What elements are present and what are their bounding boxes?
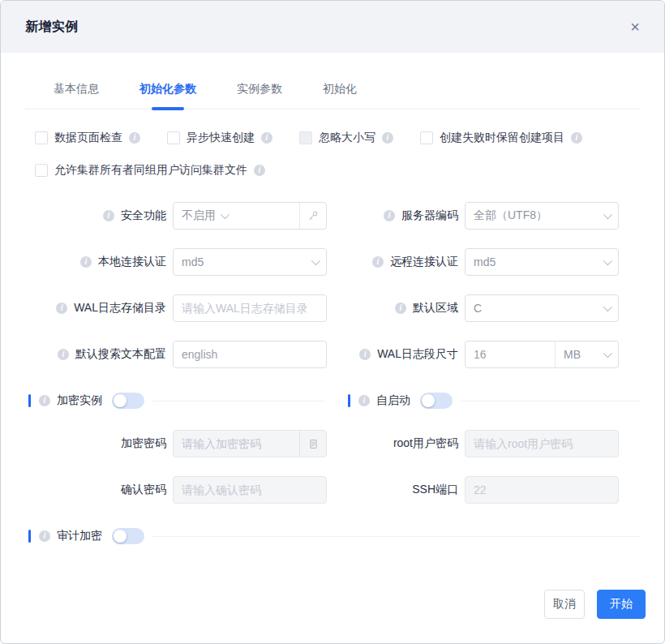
local-auth-control: md5: [173, 248, 327, 276]
default-locale-control: C: [465, 294, 619, 322]
chevron-down-icon: [603, 349, 612, 358]
tab-basic-info[interactable]: 基本信息: [54, 82, 99, 109]
server-encoding-control: 全部（UTF8）: [465, 202, 619, 230]
security-select[interactable]: 不启用: [174, 203, 299, 229]
section-accent-bar: [28, 530, 31, 543]
info-icon[interactable]: i: [103, 210, 114, 221]
info-icon[interactable]: i: [382, 132, 393, 144]
info-icon[interactable]: i: [254, 165, 265, 176]
checkbox-box[interactable]: [167, 131, 180, 144]
text-search-control: [173, 341, 327, 368]
start-button[interactable]: 开始: [597, 590, 646, 619]
info-icon[interactable]: i: [58, 349, 69, 360]
form-area: i 安全功能 不启用: [25, 202, 640, 544]
checkbox-box[interactable]: [35, 164, 48, 177]
server-encoding-select[interactable]: 全部（UTF8）: [465, 202, 619, 230]
section-audit-encrypt: i 审计加密: [28, 528, 640, 544]
form-row-1: i 安全功能 不启用: [25, 202, 640, 230]
checkbox-box-disabled: [299, 131, 312, 144]
chevron-down-icon: [603, 303, 612, 311]
toggle-knob: [422, 394, 435, 407]
default-locale-select[interactable]: C: [465, 294, 619, 322]
field-label-default-locale: i 默认区域: [327, 301, 465, 316]
modal-body: 基本信息 初始化参数 实例参数 初始化 数据页面检查 i 异步快速创建 i 忽略…: [1, 82, 664, 544]
field-label-text-search: i 默认搜索文本配置: [25, 347, 173, 362]
divider: [461, 401, 640, 401]
root-password-input: [465, 430, 619, 457]
field-label-local-auth: i 本地连接认证: [25, 255, 173, 269]
security-key-button: [299, 203, 326, 229]
divider: [152, 401, 325, 401]
info-icon[interactable]: i: [358, 395, 370, 406]
info-icon[interactable]: i: [129, 132, 140, 144]
encrypt-password-input: [174, 431, 299, 457]
ssh-port-control: [465, 476, 619, 504]
section-row-audit: i 审计加密: [28, 528, 640, 544]
checkbox-async-fast-create[interactable]: 异步快速创建 i: [167, 131, 272, 145]
section-row-encrypt-autostart: i 加密实例 i 自启动: [28, 393, 640, 409]
checkbox-ignore-case: 忽略大小写 i: [299, 131, 393, 145]
chevron-down-icon: [603, 256, 612, 265]
encrypt-instance-toggle[interactable]: [112, 393, 144, 409]
checkbox-box[interactable]: [420, 131, 433, 144]
form-row-6: 确认密码 SSH端口: [25, 476, 640, 504]
info-icon[interactable]: i: [359, 349, 371, 360]
checkbox-allow-group-access[interactable]: 允许集群所有者同组用户访问集群文件 i: [35, 163, 265, 178]
local-auth-select[interactable]: md5: [173, 248, 327, 276]
text-search-input[interactable]: [173, 341, 327, 368]
info-icon[interactable]: i: [56, 303, 67, 314]
confirm-password-input: [173, 476, 327, 504]
checkbox-box[interactable]: [35, 131, 48, 144]
audit-encrypt-toggle[interactable]: [112, 528, 144, 544]
field-label-security: i 安全功能: [25, 208, 173, 223]
remote-auth-select[interactable]: md5: [465, 248, 619, 276]
info-icon[interactable]: i: [395, 303, 406, 314]
security-group: 不启用: [173, 202, 327, 230]
form-row-5: 加密密码 root用户密码: [25, 430, 640, 457]
field-label-remote-auth: i 远程连接认证: [327, 255, 465, 269]
chevron-down-icon: [311, 256, 320, 265]
info-icon[interactable]: i: [80, 256, 92, 268]
checkbox-data-page-check[interactable]: 数据页面检查 i: [35, 131, 140, 145]
info-icon[interactable]: i: [372, 256, 384, 268]
wal-dir-control: [173, 294, 327, 322]
field-label-root-password: root用户密码: [327, 436, 465, 451]
toggle-knob: [114, 394, 127, 407]
auto-start-toggle[interactable]: [420, 393, 453, 409]
wal-segment-unit-select[interactable]: MB: [555, 341, 618, 367]
root-password-control: [465, 430, 619, 457]
cancel-button[interactable]: 取消: [544, 590, 585, 619]
checkbox-keep-on-failure[interactable]: 创建失败时保留创建项目 i: [420, 131, 582, 145]
new-instance-modal: 新增实例 × 基本信息 初始化参数 实例参数 初始化 数据页面检查 i 异步快速…: [0, 0, 665, 644]
form-row-4: i 默认搜索文本配置 i WAL日志段尺寸 MB: [25, 341, 640, 368]
field-label-wal-dir: i WAL日志存储目录: [25, 301, 173, 316]
divider: [152, 536, 640, 537]
form-row-3: i WAL日志存储目录 i 默认区域 C: [25, 294, 640, 322]
tab-initialize[interactable]: 初始化: [323, 82, 357, 109]
wal-dir-input[interactable]: [173, 294, 327, 322]
field-label-wal-segment: i WAL日志段尺寸: [327, 347, 465, 362]
info-icon[interactable]: i: [571, 132, 582, 144]
field-label-confirm-password: 确认密码: [25, 483, 173, 497]
modal-header: 新增实例 ×: [1, 1, 664, 53]
info-icon[interactable]: i: [261, 132, 272, 144]
field-label-encrypt-password: 加密密码: [25, 436, 173, 451]
info-icon[interactable]: i: [384, 210, 395, 221]
password-card-icon: [308, 439, 319, 449]
key-icon: [307, 210, 319, 221]
remote-auth-control: md5: [465, 248, 619, 276]
info-icon[interactable]: i: [39, 395, 50, 406]
checkbox-row-2: 允许集群所有者同组用户访问集群文件 i: [35, 163, 640, 178]
close-icon[interactable]: ×: [630, 19, 640, 35]
chevron-down-icon: [603, 210, 612, 219]
field-label-ssh-port: SSH端口: [327, 483, 465, 497]
field-label-server-encoding: i 服务器编码: [327, 208, 465, 223]
info-icon[interactable]: i: [39, 530, 50, 542]
tab-init-params[interactable]: 初始化参数: [139, 82, 196, 109]
wal-segment-group: MB: [465, 341, 619, 368]
tab-instance-params[interactable]: 实例参数: [237, 82, 282, 109]
wal-segment-input[interactable]: [466, 341, 555, 367]
toggle-knob: [114, 530, 127, 543]
form-row-2: i 本地连接认证 md5 i 远程连接认证 md5: [25, 248, 640, 276]
confirm-password-control: [173, 476, 327, 504]
